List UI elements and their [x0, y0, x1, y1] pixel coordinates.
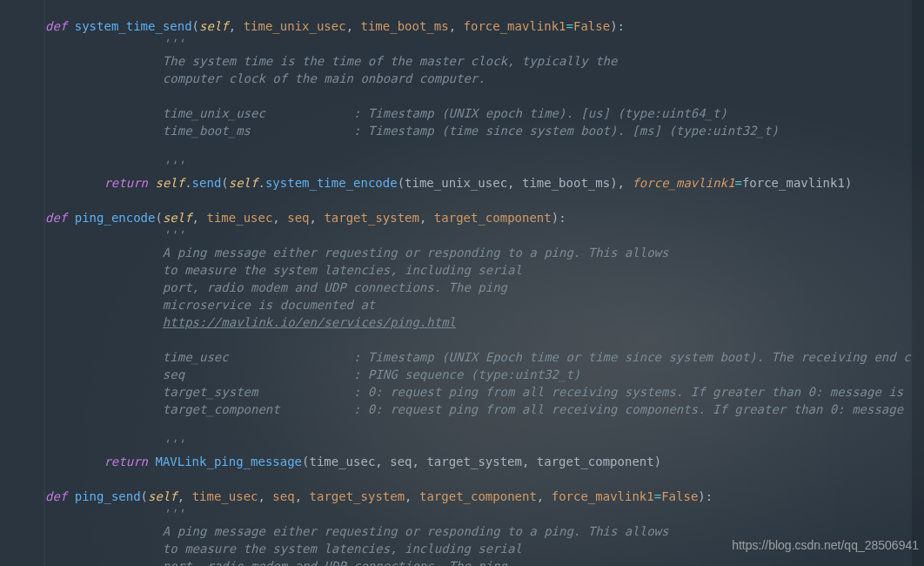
doc-link[interactable]: https://mavlink.io/en/services/ping.html — [163, 315, 456, 329]
code-line: The system time is the time of the maste… — [45, 52, 912, 70]
code-line — [45, 331, 912, 348]
code-line: seq : PING sequence (type:uint32_t) — [45, 366, 912, 383]
code-line — [45, 418, 912, 435]
code-line: time_usec : Timestamp (UNIX Epoch time o… — [45, 348, 912, 366]
vertical-scrollbar[interactable] — [912, 0, 924, 566]
code-line: return MAVLink_ping_message(time_usec, s… — [45, 453, 912, 470]
code-line: ''' — [45, 435, 912, 453]
watermark-text: https://blog.csdn.net/qq_28506941 — [732, 536, 919, 554]
code-line: port, radio modem and UDP connections. T… — [45, 279, 912, 296]
code-line: A ping message either requesting or resp… — [45, 244, 912, 261]
code-line: microservice is documented at — [45, 296, 912, 313]
code-editor[interactable]: def system_time_send(self, time_unix_use… — [45, 0, 912, 566]
code-line: def ping_encode(self, time_usec, seq, ta… — [45, 209, 912, 226]
code-line: time_boot_ms : Timestamp (time since sys… — [45, 122, 912, 139]
code-line: def ping_send(self, time_usec, seq, targ… — [45, 488, 912, 505]
code-line: to measure the system latencies, includi… — [45, 261, 912, 279]
code-line — [45, 470, 912, 488]
code-line — [45, 192, 912, 209]
code-line: computer clock of the main onboard compu… — [45, 70, 912, 87]
code-line: def system_time_send(self, time_unix_use… — [45, 17, 912, 35]
code-line: target_component : 0: request ping from … — [45, 401, 912, 418]
code-line — [45, 87, 912, 104]
code-line: https://mavlink.io/en/services/ping.html — [45, 313, 912, 331]
code-line: ''' — [45, 505, 912, 522]
code-line: port, radio modem and UDP connections. T… — [45, 557, 912, 566]
code-line: time_unix_usec : Timestamp (UNIX epoch t… — [45, 104, 912, 122]
code-line: return self.send(self.system_time_encode… — [45, 174, 912, 192]
code-line: target_system : 0: request ping from all… — [45, 383, 912, 401]
code-line: ''' — [45, 35, 912, 52]
code-line — [45, 139, 912, 157]
code-line: ''' — [45, 157, 912, 174]
code-line: ''' — [45, 226, 912, 244]
code-line — [45, 0, 912, 17]
